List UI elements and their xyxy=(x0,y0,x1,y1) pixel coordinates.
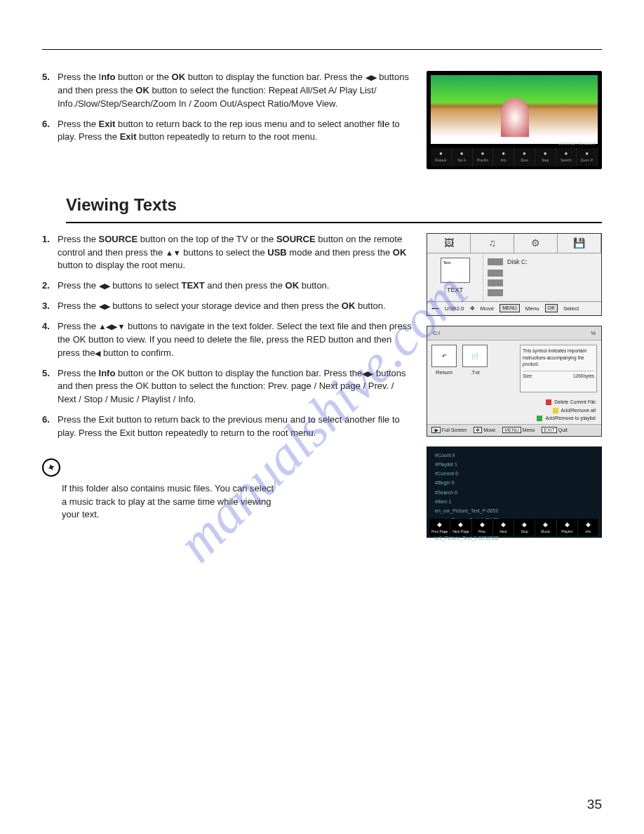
tab-icon: 💾 xyxy=(558,234,601,253)
text-bar-item: Playlist xyxy=(557,519,578,536)
step-item: 3.Press the buttons to select your stora… xyxy=(42,300,414,313)
function-bar-item: Slow xyxy=(514,148,535,166)
function-bar-item: Zoom P. xyxy=(577,148,598,166)
figure-file-browser: C:/½ ↶Return 📄.Txt This symbol indicates… xyxy=(427,326,602,437)
function-bar-item: Playlist xyxy=(473,148,494,166)
return-icon: ↶ xyxy=(431,345,457,367)
page-number: 35 xyxy=(587,795,602,814)
function-bar-item: Search xyxy=(556,148,577,166)
figure-text-viewer: #Count 9#Playlist 1#Current 0#Begin 0#Se… xyxy=(427,446,602,538)
tab-icon: ⚙ xyxy=(514,234,558,253)
page-content: 5.Press the Info button or the OK button… xyxy=(42,49,602,806)
txt-file-icon: 📄 xyxy=(462,345,488,367)
tab-icon: ♫ xyxy=(471,234,514,253)
text-bar-item: Prev Page xyxy=(429,519,450,536)
note-text: If this folder also contains music files… xyxy=(42,482,281,522)
step-item: 4.Press the buttons to navigate in the t… xyxy=(42,320,414,360)
function-bar-item: Info xyxy=(493,148,514,166)
main-step-list: 1.Press the SOURCE button on the top of … xyxy=(42,233,414,440)
step-item: 5.Press the Info button or the OK button… xyxy=(42,71,414,111)
function-bar-item: Set A xyxy=(452,148,473,166)
top-step-list: 5.Press the Info button or the OK button… xyxy=(42,71,414,144)
step-item: 6.Press the Exit button to return back t… xyxy=(42,118,414,145)
tab-icon: 🖼 xyxy=(427,234,471,253)
text-bar-item: Info xyxy=(578,519,599,536)
text-bar-item: Prev xyxy=(472,519,493,536)
figure-text-root-menu: 🖼♫⚙💾 TEXT Disk C: ⟵USB2.0 ✥Move xyxy=(427,233,602,316)
step-item: 6.Press the Exit button to return back t… xyxy=(42,413,414,440)
function-bar-item: Step xyxy=(535,148,556,166)
figure-video-playback: 00:00:06 / 00:16:29 RepeatSet APlaylistI… xyxy=(427,71,602,169)
text-bar-item: Next Page xyxy=(450,519,471,536)
text-label: TEXT xyxy=(431,286,478,295)
step-item: 5.Press the Info button or the OK button… xyxy=(42,367,414,407)
text-bar-item: Music xyxy=(535,519,556,536)
drive-label: Disk C: xyxy=(507,258,528,267)
pin-icon: ✦ xyxy=(39,456,62,479)
playback-time: 00:00:06 / 00:16:29 xyxy=(558,140,595,147)
usb-icon: ⟵ xyxy=(431,305,439,313)
text-icon xyxy=(441,258,470,283)
text-bar-item: Next xyxy=(493,519,514,536)
text-bar-item: Stop xyxy=(514,519,535,536)
section-heading: Viewing Texts xyxy=(66,193,602,223)
step-item: 1.Press the SOURCE button on the top of … xyxy=(42,233,414,273)
function-bar-item: Repeat xyxy=(431,148,452,166)
step-item: 2.Press the buttons to select TEXT and t… xyxy=(42,279,414,293)
